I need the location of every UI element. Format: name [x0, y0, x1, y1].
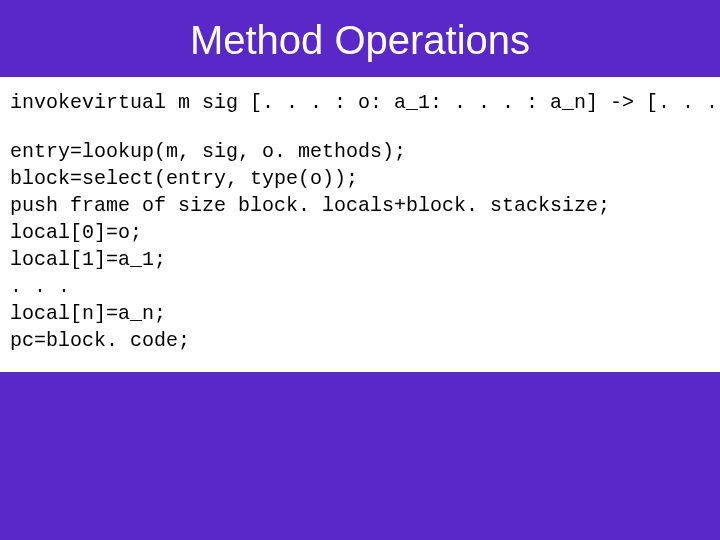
code-line: local[0]=o; [10, 219, 710, 246]
title-bar: Method Operations [0, 0, 720, 77]
code-line: local[1]=a_1; [10, 246, 710, 273]
code-line: push frame of size block. locals+block. … [10, 192, 710, 219]
slide-title: Method Operations [0, 18, 720, 63]
code-line: local[n]=a_n; [10, 300, 710, 327]
signature-line: invokevirtual m sig [. . . : o: a_1: . .… [10, 89, 710, 116]
code-line: . . . [10, 273, 710, 300]
code-line: entry=lookup(m, sig, o. methods); [10, 138, 710, 165]
slide-content: invokevirtual m sig [. . . : o: a_1: . .… [0, 77, 720, 372]
code-line: block=select(entry, type(o)); [10, 165, 710, 192]
code-line: pc=block. code; [10, 327, 710, 354]
footer-bar [0, 372, 720, 540]
